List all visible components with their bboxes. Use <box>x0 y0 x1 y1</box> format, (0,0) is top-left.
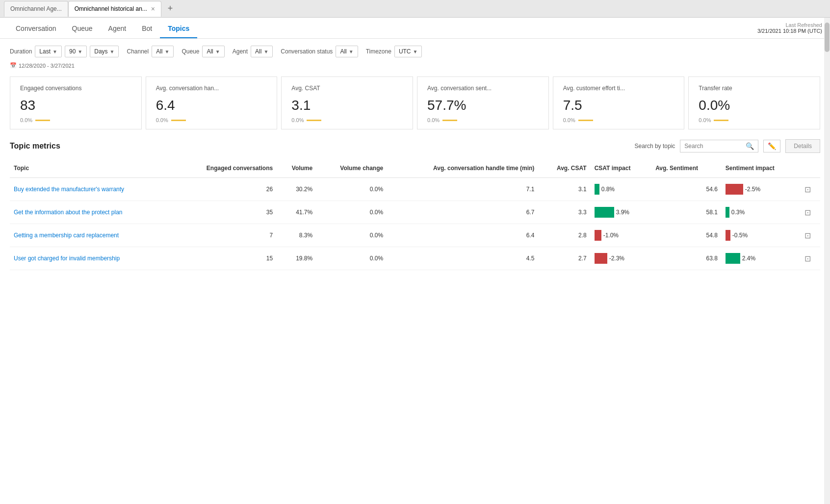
agent-label: Agent <box>233 48 248 55</box>
cell-volume-change: 0.0% <box>316 201 387 224</box>
col-avg-csat: Avg. CSAT <box>538 161 590 178</box>
kpi-bar-sentiment <box>442 120 457 121</box>
nav-tab-conversation[interactable]: Conversation <box>8 18 64 38</box>
nav-tab-queue[interactable]: Queue <box>64 18 101 38</box>
kpi-value-handle: 6.4 <box>156 98 267 113</box>
topic-header: Topic metrics Search by topic 🔍 ✏️ Detai… <box>10 139 820 153</box>
topic-link[interactable]: Getting a membership card replacement <box>14 232 119 239</box>
kpi-value-csat: 3.1 <box>291 98 403 113</box>
cell-avg-sentiment: 58.1 <box>651 201 722 224</box>
col-csat-impact: CSAT impact <box>591 161 652 178</box>
nav-tab-bot[interactable]: Bot <box>134 18 160 38</box>
duration-unit-select[interactable]: Days ▼ <box>90 46 119 57</box>
kpi-title-csat: Avg. CSAT <box>291 85 403 92</box>
search-icon: 🔍 <box>746 142 754 150</box>
chevron-down-icon: ▼ <box>215 49 220 54</box>
duration-value-select[interactable]: 90 ▼ <box>65 46 87 57</box>
kpi-title-handle: Avg. conversation han... <box>156 85 267 92</box>
kpi-footer-sentiment: 0.0% <box>427 117 539 123</box>
search-label: Search by topic <box>635 143 675 150</box>
kpi-card-effort: Avg. customer effort ti... 7.5 0.0% <box>553 76 685 129</box>
kpi-bar-csat <box>307 120 321 121</box>
topic-section: Topic metrics Search by topic 🔍 ✏️ Detai… <box>0 135 830 280</box>
col-avg-sentiment: Avg. Sentiment <box>651 161 722 178</box>
kpi-card-transfer: Transfer rate 0.0% 0.0% <box>688 76 820 129</box>
cell-volume-change: 0.0% <box>316 178 387 201</box>
cell-topic: Get the information about the protect pl… <box>10 201 174 224</box>
kpi-bar-effort <box>578 120 593 121</box>
close-tab-icon[interactable]: × <box>151 5 155 13</box>
csat-impact-value: 0.8% <box>601 186 615 193</box>
kpi-title-sentiment: Avg. conversation sent... <box>427 85 539 92</box>
kpi-value-effort: 7.5 <box>563 98 674 113</box>
sentiment-impact-value: -0.5% <box>732 232 748 239</box>
topic-link[interactable]: Get the information about the protect pl… <box>14 209 122 216</box>
scrollbar-track[interactable] <box>824 18 830 504</box>
agent-select[interactable]: All ▼ <box>251 46 273 57</box>
queue-select[interactable]: All ▼ <box>202 46 224 57</box>
last-refreshed: Last Refreshed 3/21/2021 10:18 PM (UTC) <box>757 18 822 38</box>
cell-handle-time: 4.5 <box>387 247 538 270</box>
timezone-select[interactable]: UTC ▼ <box>394 46 422 57</box>
queue-filter: Queue All ▼ <box>182 46 224 57</box>
kpi-card-engaged: Engaged conversations 83 0.0% <box>10 76 142 129</box>
scrollbar-thumb[interactable] <box>825 23 830 52</box>
cell-sentiment-impact: 2.4% <box>722 247 801 270</box>
nav-tab-agent[interactable]: Agent <box>101 18 134 38</box>
chevron-down-icon: ▼ <box>52 49 57 54</box>
sentiment-impact-value: 0.3% <box>731 209 745 216</box>
cell-avg-sentiment: 54.6 <box>651 178 722 201</box>
pencil-button[interactable]: ✏️ <box>763 140 780 152</box>
cell-avg-csat: 3.3 <box>538 201 590 224</box>
nav-tab-topics[interactable]: Topics <box>160 18 197 38</box>
table-row: Getting a membership card replacement 7 … <box>10 224 820 247</box>
browser-tab-active[interactable]: Omnichannel historical an... × <box>68 1 161 17</box>
cell-avg-sentiment: 54.8 <box>651 224 722 247</box>
cell-action: ⊡ <box>801 201 820 224</box>
copy-icon[interactable]: ⊡ <box>804 185 811 194</box>
cell-handle-time: 6.7 <box>387 201 538 224</box>
chevron-down-icon: ▼ <box>413 49 418 54</box>
conversation-status-select[interactable]: All ▼ <box>336 46 358 57</box>
channel-select[interactable]: All ▼ <box>152 46 174 57</box>
copy-icon[interactable]: ⊡ <box>804 254 811 263</box>
kpi-bar-handle <box>171 120 186 121</box>
topic-table: Topic Engaged conversations Volume Volum… <box>10 161 820 270</box>
search-box[interactable]: 🔍 <box>680 140 758 152</box>
chevron-down-icon: ▼ <box>110 49 115 54</box>
cell-avg-csat: 2.8 <box>538 224 590 247</box>
cell-volume: 30.2% <box>277 178 316 201</box>
cell-engaged: 35 <box>174 201 277 224</box>
channel-label: Channel <box>127 48 149 55</box>
search-input[interactable] <box>684 143 746 150</box>
table-row: Buy extended the manufacturer's warranty… <box>10 178 820 201</box>
timezone-filter: Timezone UTC ▼ <box>366 46 422 57</box>
topic-link[interactable]: Buy extended the manufacturer's warranty <box>14 186 124 193</box>
cell-action: ⊡ <box>801 178 820 201</box>
duration-period-select[interactable]: Last ▼ <box>35 46 62 57</box>
copy-icon[interactable]: ⊡ <box>804 208 811 217</box>
cell-topic: User got charged for invalid membership <box>10 247 174 270</box>
cell-volume: 41.7% <box>277 201 316 224</box>
browser-tab-active-label: Omnichannel historical an... <box>75 5 147 12</box>
topic-link[interactable]: User got charged for invalid membership <box>14 255 120 262</box>
details-button[interactable]: Details <box>785 139 820 153</box>
browser-tab-inactive[interactable]: Omnichannel Age... <box>4 1 68 17</box>
kpi-row: Engaged conversations 83 0.0% Avg. conve… <box>0 71 830 135</box>
cell-sentiment-impact: -2.5% <box>722 178 801 201</box>
col-engaged: Engaged conversations <box>174 161 277 178</box>
nav-bar: Conversation Queue Agent Bot Topics Last… <box>0 18 830 39</box>
kpi-value-sentiment: 57.7% <box>427 98 539 113</box>
timezone-label: Timezone <box>366 48 391 55</box>
cell-avg-csat: 3.1 <box>538 178 590 201</box>
table-row: Get the information about the protect pl… <box>10 201 820 224</box>
duration-label: Duration <box>10 48 32 55</box>
filters-row: Duration Last ▼ 90 ▼ Days ▼ Channel All … <box>0 39 830 60</box>
cell-sentiment-impact: 0.3% <box>722 201 801 224</box>
cell-volume-change: 0.0% <box>316 247 387 270</box>
add-tab-button[interactable]: + <box>163 2 177 16</box>
copy-icon[interactable]: ⊡ <box>804 231 811 240</box>
cell-sentiment-impact: -0.5% <box>722 224 801 247</box>
kpi-card-csat: Avg. CSAT 3.1 0.0% <box>281 76 413 129</box>
conversation-status-label: Conversation status <box>281 48 333 55</box>
